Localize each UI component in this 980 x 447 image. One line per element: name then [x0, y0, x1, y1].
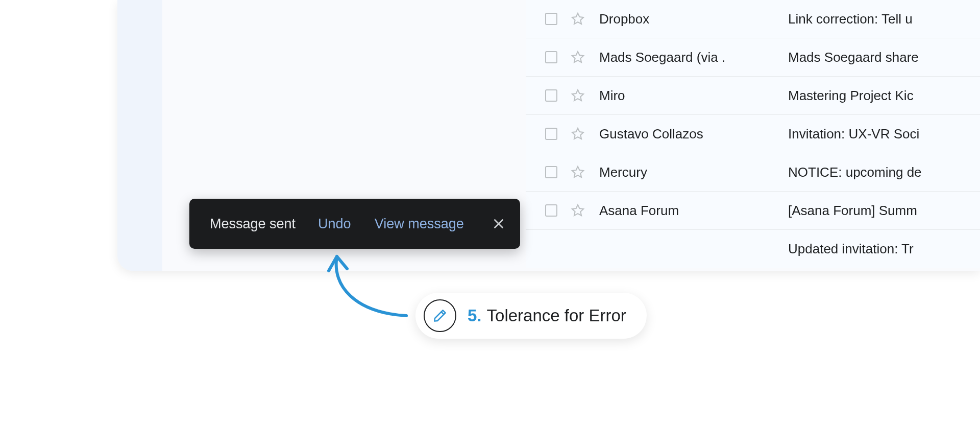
- star-icon[interactable]: [571, 165, 585, 179]
- star-icon[interactable]: [571, 88, 585, 103]
- email-row[interactable]: Miro Mastering Project Kic: [526, 77, 980, 115]
- close-icon[interactable]: [492, 217, 506, 231]
- sidebar-area: [117, 0, 162, 271]
- email-sender: Miro: [599, 88, 783, 104]
- message-sent-toast: Message sent Undo View message: [189, 199, 520, 249]
- email-row[interactable]: Mercury NOTICE: upcoming de: [526, 153, 980, 192]
- star-icon[interactable]: [571, 12, 585, 26]
- email-row[interactable]: Mads Soegaard (via . Mads Soegaard share: [526, 38, 980, 77]
- star-icon[interactable]: [571, 127, 585, 141]
- checkbox[interactable]: [545, 13, 557, 25]
- annotation-title: Tolerance for Error: [487, 306, 626, 325]
- email-row[interactable]: Dropbox Link correction: Tell u: [526, 0, 980, 38]
- email-row[interactable]: Asana Forum [Asana Forum] Summ: [526, 192, 980, 230]
- view-message-button[interactable]: View message: [375, 216, 464, 232]
- checkbox[interactable]: [545, 51, 557, 63]
- email-subject: Updated invitation: Tr: [783, 241, 914, 257]
- email-subject: NOTICE: upcoming de: [783, 164, 922, 180]
- email-subject: Invitation: UX-VR Soci: [783, 126, 919, 142]
- email-row[interactable]: Gustavo Collazos Invitation: UX-VR Soci: [526, 115, 980, 153]
- email-subject: Mastering Project Kic: [783, 88, 914, 104]
- pencil-icon: [424, 299, 456, 332]
- email-list: Dropbox Link correction: Tell u Mads Soe…: [526, 0, 980, 268]
- email-subject: Link correction: Tell u: [783, 11, 913, 27]
- star-icon[interactable]: [571, 50, 585, 64]
- toast-message: Message sent: [210, 216, 296, 232]
- checkbox[interactable]: [545, 89, 557, 102]
- undo-button[interactable]: Undo: [318, 216, 351, 232]
- email-sender: Mads Soegaard (via .: [599, 50, 783, 65]
- email-subject: Mads Soegaard share: [783, 50, 919, 65]
- annotation-badge: 5. Tolerance for Error: [415, 293, 647, 339]
- annotation-number: 5.: [468, 306, 482, 325]
- email-sender: Dropbox: [599, 11, 783, 27]
- email-row[interactable]: Updated invitation: Tr: [526, 230, 980, 268]
- checkbox[interactable]: [545, 204, 557, 217]
- email-subject: [Asana Forum] Summ: [783, 203, 917, 219]
- checkbox[interactable]: [545, 166, 557, 178]
- email-sender: Asana Forum: [599, 203, 783, 219]
- email-sender: Mercury: [599, 164, 783, 180]
- checkbox[interactable]: [545, 128, 557, 140]
- star-icon[interactable]: [571, 203, 585, 218]
- email-sender: Gustavo Collazos: [599, 126, 783, 142]
